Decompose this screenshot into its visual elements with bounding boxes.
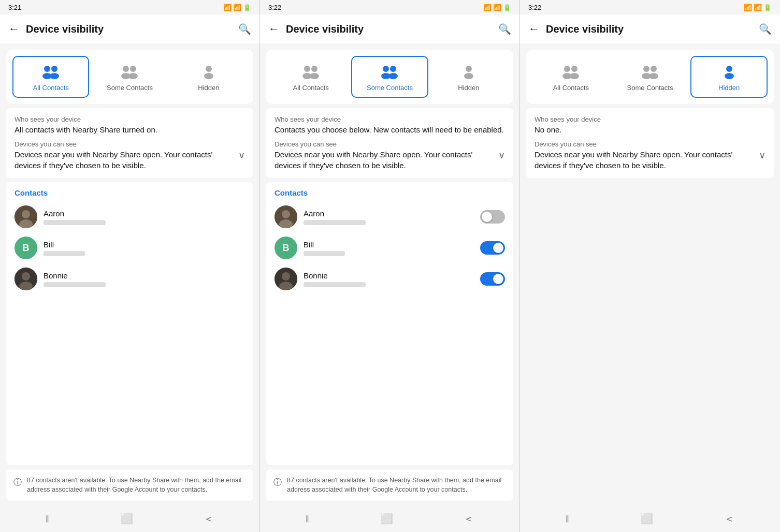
hidden-icon-1 [197,62,220,81]
expand-icon-3[interactable]: ∨ [759,149,765,162]
wifi-icon: 📶 [223,4,232,11]
all-contacts-icon-2 [299,62,322,81]
devices-see-desc-1: Devices near you with Nearby Share open.… [15,149,245,171]
vis-option-some-contacts-3[interactable]: Some Contacts [612,56,689,98]
contacts-title-1: Contacts [6,188,253,201]
toggle-bill-2[interactable] [480,241,505,255]
time-1: 3:21 [8,4,21,11]
svg-point-33 [571,66,577,72]
vis-label-some-2: Some Contacts [367,84,413,92]
svg-point-23 [388,73,398,79]
contact-name-aaron-2: Aaron [304,209,474,218]
recents-button-2[interactable]: ⦀ [306,513,310,525]
vis-option-hidden-1[interactable]: Hidden [170,56,247,98]
back-button-2[interactable]: ← [268,22,280,36]
contact-sub-bonnie-1 [44,282,106,287]
devices-see-label-1: Devices you can see [15,140,245,148]
contacts-section-1: Contacts Aaron B Bill Bonnie [6,182,253,465]
info-icon-1: ⓘ [13,476,22,489]
svg-point-21 [390,66,396,72]
visibility-selector-1: All Contacts Some Contacts H [6,50,253,104]
toggle-bonnie-2[interactable] [480,272,505,286]
contacts-section-2: Contacts Aaron B Bill [266,182,513,465]
status-icons-3: 📶 📶 🔋 [744,4,772,11]
search-button-1[interactable]: 🔍 [238,23,251,35]
home-button-3[interactable]: ⬜ [640,512,653,525]
avatar-bonnie-1 [15,268,37,290]
svg-point-32 [564,66,570,72]
back-nav-button-1[interactable]: ＜ [204,512,214,526]
devices-see-label-2: Devices you can see [275,140,505,148]
hidden-icon-3 [718,62,741,81]
toggle-aaron-2[interactable] [480,210,505,224]
svg-point-16 [304,66,310,72]
devices-see-desc-3: Devices near you with Nearby Share open.… [535,149,765,171]
home-button-1[interactable]: ⬜ [120,512,133,525]
svg-point-20 [383,66,389,72]
vis-option-hidden-2[interactable]: Hidden [430,56,507,98]
svg-point-25 [464,73,473,79]
contact-sub-bill-1 [44,251,85,256]
contact-row-bonnie-1: Bonnie [6,263,253,294]
info-section-1: Who sees your device All contacts with N… [6,108,253,178]
who-sees-desc-2: Contacts you choose below. New contacts … [275,124,505,135]
back-button-1[interactable]: ← [8,22,20,36]
nav-bar-1: ⦀ ⬜ ＜ [0,505,259,532]
toggle-knob-bill-2 [493,243,503,253]
some-contacts-icon-2 [378,62,401,81]
vis-option-all-contacts-2[interactable]: All Contacts [272,56,349,98]
empty-space-3 [520,178,780,505]
visibility-selector-3: All Contacts Some Contacts H [526,50,774,104]
back-button-3[interactable]: ← [528,22,540,36]
notice-text-1: 87 contacts aren't available. To use Nea… [27,476,246,495]
contact-name-bonnie-1: Bonnie [44,271,245,280]
search-button-2[interactable]: 🔍 [498,23,511,35]
svg-point-24 [466,66,472,72]
top-bar-2: ← Device visibility 🔍 [260,14,519,43]
back-nav-button-3[interactable]: ＜ [724,512,734,526]
info-section-2: Who sees your device Contacts you choose… [266,108,513,178]
contact-name-aaron-1: Aaron [44,209,245,218]
notice-text-2: 87 contacts aren't available. To use Nea… [287,476,506,495]
vis-label-hidden-3: Hidden [718,84,740,92]
svg-point-14 [22,272,30,280]
devices-see-desc-2: Devices near you with Nearby Share open.… [275,149,505,171]
vis-label-some-1: Some Contacts [107,84,153,92]
contact-name-bonnie-2: Bonnie [304,271,474,280]
some-contacts-icon-3 [639,62,661,81]
back-nav-button-2[interactable]: ＜ [464,512,474,526]
recents-button-1[interactable]: ⦀ [46,513,50,525]
svg-point-3 [50,73,59,79]
vis-option-hidden-3[interactable]: Hidden [690,56,768,98]
search-button-3[interactable]: 🔍 [759,23,772,35]
contact-sub-bonnie-2 [304,282,366,287]
toggle-knob-aaron-2 [482,212,492,222]
battery-icon: 🔋 [243,4,251,11]
nav-bar-3: ⦀ ⬜ ＜ [520,505,780,532]
visibility-selector-2: All Contacts Some Contacts H [266,50,513,104]
vis-option-all-contacts-1[interactable]: All Contacts [12,56,89,98]
home-button-2[interactable]: ⬜ [380,512,393,525]
all-contacts-icon-3 [559,62,582,81]
recents-button-3[interactable]: ⦀ [566,513,570,525]
vis-label-all-3: All Contacts [553,84,589,92]
who-sees-label-1: Who sees your device [15,115,245,123]
contact-info-bonnie-1: Bonnie [44,271,245,287]
toggle-knob-bonnie-2 [493,274,503,284]
svg-point-30 [282,272,290,280]
contact-sub-aaron-1 [44,220,106,225]
svg-point-36 [643,66,649,72]
vis-option-all-contacts-3[interactable]: All Contacts [532,56,610,98]
svg-point-8 [206,66,212,72]
expand-icon-2[interactable]: ∨ [498,149,505,162]
expand-icon-1[interactable]: ∨ [238,149,245,162]
page-title-1: Device visibility [26,23,104,35]
svg-point-39 [649,73,658,79]
signal-icon-3: 📶 [754,4,762,11]
vis-option-some-contacts-2[interactable]: Some Contacts [351,56,428,98]
contact-row-aaron-2: Aaron [266,201,513,232]
contact-name-bill-2: Bill [304,240,474,249]
who-sees-desc-1: All contacts with Nearby Share turned on… [15,124,245,135]
bottom-notice-1: ⓘ 87 contacts aren't available. To use N… [6,469,253,501]
vis-option-some-contacts-1[interactable]: Some Contacts [91,56,168,98]
